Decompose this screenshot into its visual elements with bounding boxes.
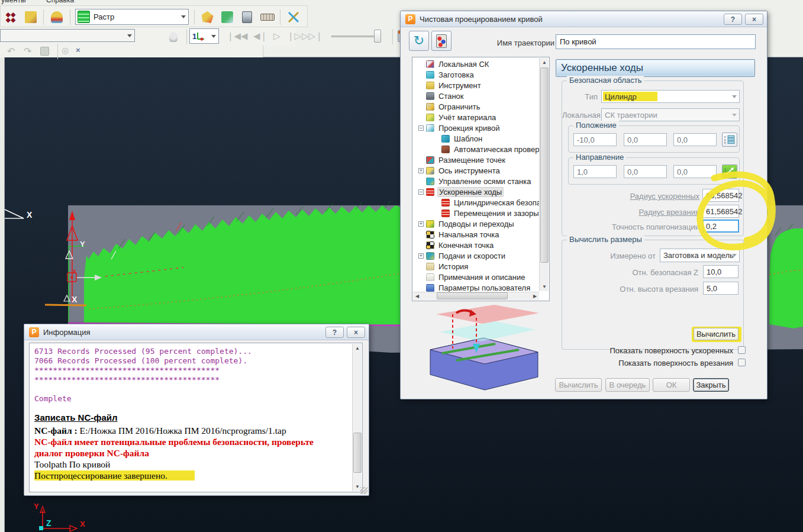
position-value-0[interactable]: -10,0	[573, 133, 617, 146]
plunge-radius-input[interactable]: 61,568542	[702, 205, 739, 218]
scroll-right-icon[interactable]: ▶	[531, 292, 539, 300]
expander-plus-icon[interactable]: +	[418, 168, 424, 173]
tree-item-14[interactable]: Перемещения и зазоры	[412, 208, 539, 218]
menu-item-tools[interactable]: ументы	[1, 0, 26, 4]
pattern-points-icon[interactable]: ◆◆◆◆	[2, 8, 20, 26]
playback-last-button[interactable]: ▷▷❘	[302, 31, 323, 41]
scroll-down-icon[interactable]: ▼	[540, 282, 549, 291]
ruler-icon[interactable]	[259, 8, 276, 26]
strategy-combo[interactable]: Растр	[75, 9, 189, 25]
level-combo[interactable]: 1	[189, 28, 219, 44]
tree-item-1[interactable]: Заготовка	[412, 69, 539, 80]
tree-item-11[interactable]: Управление осями станка	[412, 176, 539, 186]
footer-button-2[interactable]: ОК	[653, 378, 690, 392]
position-value-2[interactable]: 0,0	[673, 133, 717, 146]
scroll-up-icon[interactable]: ▲	[353, 344, 362, 353]
tree-item-6[interactable]: −Проекция кривой	[412, 122, 539, 133]
info-log-area[interactable]: 6713 Records Processed (95 percent compl…	[29, 343, 363, 492]
scale-transform-icon[interactable]	[285, 8, 302, 26]
footer-button-1[interactable]: В очередь	[605, 378, 650, 392]
safe-z-input[interactable]: 10,0	[703, 265, 738, 278]
playback-play-button[interactable]: ▷	[273, 31, 280, 41]
direction-ijk-button[interactable]: IJK	[722, 165, 737, 179]
scroll-left-icon[interactable]: ◀	[413, 292, 421, 300]
plunge-radius-link[interactable]: Радиус врезания	[598, 208, 699, 217]
direction-value-2[interactable]: 0,0	[673, 165, 717, 178]
tree-item-20[interactable]: Примечания и описание	[412, 272, 539, 282]
measured-from-combo[interactable]: Заготовка и модель	[660, 249, 740, 262]
tree-item-19[interactable]: История	[412, 261, 539, 272]
tool-contact-icon[interactable]	[48, 8, 66, 26]
tree-item-21[interactable]: Параметры пользователя	[412, 282, 539, 292]
resize-grip[interactable]	[360, 487, 367, 494]
undo-icon[interactable]: ↶	[7, 46, 15, 57]
dialog-close-button[interactable]: ×	[745, 14, 763, 25]
footer-button-3[interactable]: Закрыть	[693, 378, 729, 392]
tree-item-5[interactable]: Учёт материала	[412, 112, 539, 122]
toolpath-select-combo[interactable]	[0, 29, 135, 42]
direction-value-1[interactable]: 0,0	[624, 165, 667, 178]
expander-minus-icon[interactable]: −	[418, 189, 424, 195]
tree-hscrollbar-thumb[interactable]	[437, 292, 508, 299]
playback-slider-track[interactable]	[331, 36, 376, 37]
tree-item-0[interactable]: Локальная СК	[412, 59, 539, 69]
stop-icon[interactable]: ◎	[62, 46, 69, 55]
tree-item-15[interactable]: +Подводы и переходы	[412, 218, 539, 229]
position-value-1[interactable]: 0,0	[624, 133, 667, 146]
collision-check-icon[interactable]	[199, 8, 217, 26]
tree-vscrollbar[interactable]: ▲ ▼	[539, 58, 549, 291]
rapid-radius-input[interactable]: 66,568542	[702, 189, 739, 202]
info-scrollbar[interactable]: ▲ ▼	[352, 344, 362, 491]
tree-item-4[interactable]: Ограничить	[412, 101, 539, 112]
reuse-strategy-button[interactable]: ↻	[409, 31, 429, 51]
position-xyz-button[interactable]: xyz	[722, 133, 737, 147]
playback-first-button[interactable]: ❘◀◀	[227, 31, 248, 41]
tree-item-17[interactable]: Конечная точка	[412, 240, 539, 250]
expander-plus-icon[interactable]: +	[418, 253, 424, 259]
rapid-radius-link[interactable]: Радиус ускоренных	[598, 192, 699, 201]
footer-button-0[interactable]: Вычислить	[555, 378, 602, 392]
verify-toolpath-icon[interactable]	[218, 8, 236, 26]
info-close-button[interactable]: ×	[347, 327, 365, 338]
plunge-z-input[interactable]: 5,0	[703, 282, 738, 295]
lcs-combo[interactable]: СК траектории	[601, 108, 740, 121]
tree-item-7[interactable]: Шаблон	[412, 133, 539, 144]
expander-plus-icon[interactable]: +	[418, 221, 424, 227]
info-scrollbar-thumb[interactable]	[353, 433, 362, 473]
playback-prev-button[interactable]: ◀❘	[253, 31, 267, 41]
tree-item-12[interactable]: −Ускоренные ходы	[412, 186, 539, 197]
calculator-icon[interactable]	[238, 8, 256, 26]
scroll-up-icon[interactable]: ▲	[540, 58, 549, 67]
strategy-preview-button[interactable]	[431, 31, 452, 51]
tree-vscrollbar-thumb[interactable]	[540, 67, 549, 263]
trajectory-name-input[interactable]: По кривой	[556, 34, 756, 49]
strategy-dialog-titlebar[interactable]: P Чистовая проецированием кривой ? ×	[401, 11, 767, 27]
tree-item-9[interactable]: Размещение точек	[412, 154, 539, 165]
save-icon[interactable]	[40, 47, 49, 57]
redo-icon[interactable]: ↷	[24, 46, 31, 57]
lightbulb-icon[interactable]	[165, 28, 182, 46]
tool-database-icon[interactable]	[22, 8, 40, 26]
tree-item-18[interactable]: +Подачи и скорости	[412, 250, 539, 261]
tree-item-10[interactable]: +Ось инструмента	[412, 165, 539, 176]
dialog-help-button[interactable]: ?	[724, 14, 742, 25]
expander-minus-icon[interactable]: −	[418, 125, 424, 131]
tree-item-8[interactable]: Автоматическая проверка	[412, 144, 539, 154]
playback-step-button[interactable]: ❘▷	[287, 31, 301, 41]
safe-area-type-combo[interactable]: Цилиндр	[601, 90, 740, 103]
close-toolbar3-icon[interactable]: ×	[76, 46, 80, 54]
menu-item-help[interactable]: Справка	[46, 0, 74, 4]
tree-item-16[interactable]: Начальная точка	[412, 229, 539, 240]
show-rapid-surface-checkbox[interactable]	[738, 346, 746, 354]
info-dialog-titlebar[interactable]: P Информация ? ×	[24, 324, 369, 340]
calculate-dimensions-button[interactable]: Вычислить	[694, 328, 738, 340]
playback-slider-thumb[interactable]	[374, 30, 381, 43]
tolerance-input[interactable]: 0,2	[702, 220, 739, 233]
tree-hscrollbar[interactable]: ◀ ▶	[413, 292, 539, 300]
tree-item-13[interactable]: Цилиндрическая безопасная	[412, 197, 539, 208]
tree-item-3[interactable]: Станок	[412, 91, 539, 101]
info-help-button[interactable]: ?	[325, 327, 344, 338]
show-plunge-surface-checkbox[interactable]	[738, 359, 746, 366]
tree-item-2[interactable]: Инструмент	[412, 80, 539, 91]
direction-value-0[interactable]: 1,0	[573, 165, 617, 178]
